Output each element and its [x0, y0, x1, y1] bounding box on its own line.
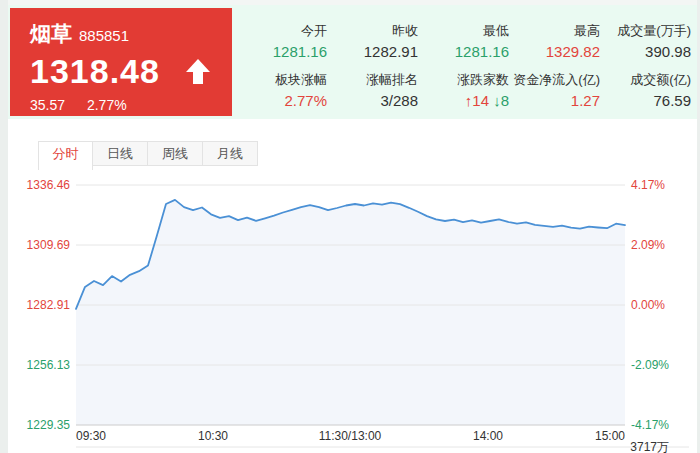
stat-label-prev-close: 昨收 [327, 22, 418, 40]
minute-chart-svg: 1336.46 1309.69 1282.91 1256.13 1229.35 … [8, 170, 697, 453]
decline-arrow-icon: ↓ [493, 92, 501, 109]
y-left-tick: 1256.13 [27, 358, 71, 372]
arrow-up-icon [186, 58, 210, 86]
stat-col-1: 今开 1281.16 板块涨幅 2.77% [236, 22, 327, 119]
stat-value-prev-close: 1282.91 [327, 41, 418, 62]
stat-col-2: 昨收 1282.91 涨幅排名 3/288 [327, 22, 418, 119]
stat-value-adv-dec: ↑14 ↓8 [418, 90, 509, 111]
y-right-tick: 4.17% [631, 178, 665, 192]
quote-box: 烟草 885851 1318.48 35.57 2.77% [10, 8, 232, 116]
price-change-percent: 2.77% [87, 97, 127, 113]
x-tick-noon: 11:30/13:00 [319, 429, 382, 443]
y-left-tick: 1336.46 [27, 178, 71, 192]
x-tick-1030: 10:30 [198, 429, 228, 443]
y-right-tick: 2.09% [631, 238, 665, 252]
y-right-tick: -2.09% [631, 358, 669, 372]
stat-label-adv-dec: 涨跌家数 [418, 71, 509, 89]
y-axis-right-labels: 4.17% 2.09% 0.00% -2.09% -4.17% [631, 178, 669, 432]
quote-page: 烟草 885851 1318.48 35.57 2.77% 今开 1281.16… [8, 0, 697, 453]
volume-axis-label: 3717万 [630, 440, 669, 453]
decline-count: 8 [501, 92, 509, 109]
minute-chart-area: 1336.46 1309.69 1282.91 1256.13 1229.35 … [8, 170, 697, 453]
y-right-tick: -4.17% [631, 418, 669, 432]
stat-col-4: 最高 1329.82 资金净流入(亿) 1.27 [509, 22, 600, 119]
x-tick-1400: 14:00 [473, 429, 503, 443]
stat-value-rank: 3/288 [327, 90, 418, 111]
stat-label-low: 最低 [418, 22, 509, 40]
y-right-tick: 0.00% [631, 298, 665, 312]
tab-monthly[interactable]: 月线 [203, 141, 258, 166]
stat-value-turnover: 76.59 [600, 90, 691, 111]
y-left-tick: 1229.35 [27, 418, 71, 432]
stats-grid: 今开 1281.16 板块涨幅 2.77% 昨收 1282.91 涨幅排名 3/… [236, 5, 691, 119]
current-price: 1318.48 [30, 52, 160, 91]
tab-minute[interactable]: 分时 [38, 141, 93, 170]
y-left-tick: 1282.91 [27, 298, 71, 312]
y-left-tick: 1309.69 [27, 238, 71, 252]
period-tabs: 分时 日线 周线 月线 [38, 141, 697, 170]
stat-col-3: 最低 1281.16 涨跌家数 ↑14 ↓8 [418, 22, 509, 119]
stat-col-5: 成交量(万手) 390.98 成交额(亿) 76.59 [600, 22, 691, 119]
quote-price-row: 1318.48 [30, 52, 232, 91]
sector-name: 烟草 [30, 20, 72, 48]
price-change: 35.57 [30, 97, 65, 113]
stat-value-net-inflow: 1.27 [509, 90, 600, 111]
stat-value-sector-change: 2.77% [236, 90, 327, 111]
tab-daily[interactable]: 日线 [93, 141, 148, 166]
stat-label-high: 最高 [509, 22, 600, 40]
x-tick-0930: 09:30 [76, 429, 106, 443]
sector-code: 885851 [79, 27, 129, 44]
x-tick-1500: 15:00 [595, 429, 625, 443]
stat-label-volume: 成交量(万手) [600, 22, 691, 40]
tab-weekly[interactable]: 周线 [148, 141, 203, 166]
y-axis-left-labels: 1336.46 1309.69 1282.91 1256.13 1229.35 [27, 178, 71, 432]
advance-count: 14 [472, 92, 489, 109]
stat-value-volume: 390.98 [600, 41, 691, 62]
stat-label-sector-change: 板块涨幅 [236, 71, 327, 89]
header: 烟草 885851 1318.48 35.57 2.77% 今开 1281.16… [8, 5, 697, 119]
stat-label-open: 今开 [236, 22, 327, 40]
stat-label-turnover: 成交额(亿) [600, 71, 691, 89]
stat-label-net-inflow: 资金净流入(亿) [509, 71, 600, 89]
quote-change-row: 35.57 2.77% [30, 97, 232, 113]
stat-value-open: 1281.16 [236, 41, 327, 62]
stat-value-low: 1281.16 [418, 41, 509, 62]
quote-title: 烟草 885851 [30, 20, 232, 48]
stat-value-high: 1329.82 [509, 41, 600, 62]
x-axis-labels: 09:30 10:30 11:30/13:00 14:00 15:00 [76, 429, 625, 443]
stat-label-rank: 涨幅排名 [327, 71, 418, 89]
